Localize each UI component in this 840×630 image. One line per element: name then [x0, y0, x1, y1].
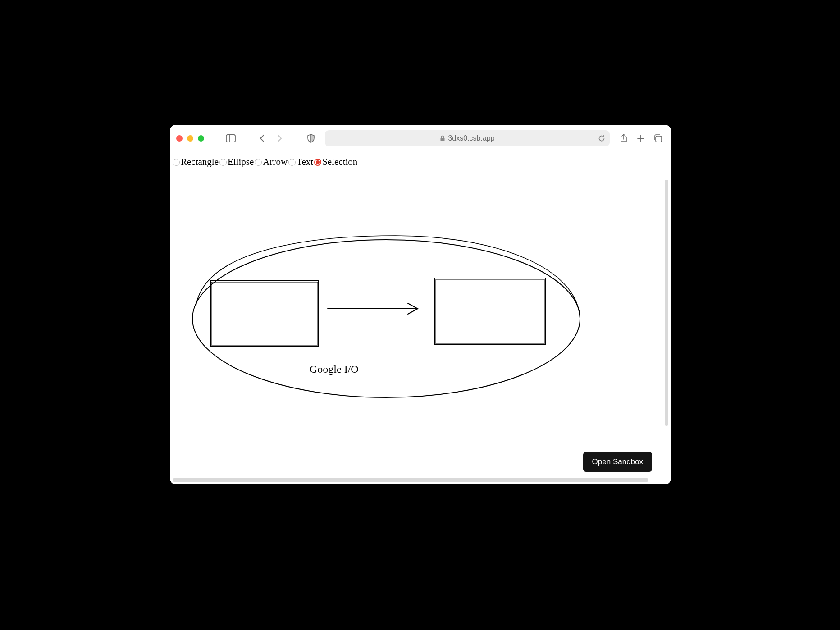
share-icon[interactable] [617, 132, 630, 145]
window-minimize-button[interactable] [187, 135, 193, 142]
lock-icon [440, 135, 445, 142]
svg-rect-7 [210, 281, 319, 346]
shape-rectangle-left[interactable] [210, 281, 319, 346]
back-button-icon[interactable] [256, 132, 269, 145]
svg-rect-2 [441, 138, 445, 141]
shape-ellipse[interactable] [192, 236, 580, 397]
shape-rectangle-right[interactable] [435, 278, 545, 345]
browser-titlebar: 3dxs0.csb.app [170, 125, 671, 152]
drawing-canvas[interactable]: Google I/O [170, 152, 671, 484]
new-tab-icon[interactable] [634, 132, 648, 145]
window-maximize-button[interactable] [198, 135, 204, 142]
window-controls [176, 135, 204, 142]
reload-icon[interactable] [598, 135, 605, 142]
page-content: Rectangle Ellipse Arrow Text Selection [170, 152, 671, 484]
privacy-shield-icon[interactable] [304, 132, 318, 145]
browser-window: 3dxs0.csb.app Rectangle [170, 125, 671, 484]
svg-point-6 [192, 240, 580, 397]
svg-rect-0 [226, 135, 235, 142]
svg-rect-9 [435, 278, 545, 345]
horizontal-scrollbar[interactable] [173, 478, 648, 482]
open-sandbox-button[interactable]: Open Sandbox [583, 452, 652, 472]
forward-button-icon[interactable] [273, 132, 286, 145]
shape-text-label[interactable]: Google I/O [310, 363, 359, 375]
window-close-button[interactable] [176, 135, 183, 142]
vertical-scrollbar[interactable] [665, 180, 668, 426]
sidebar-toggle-icon[interactable] [224, 132, 237, 145]
address-bar[interactable]: 3dxs0.csb.app [325, 130, 610, 146]
svg-rect-10 [436, 279, 544, 344]
shape-arrow[interactable] [328, 303, 418, 314]
url-text: 3dxs0.csb.app [448, 134, 494, 142]
svg-rect-5 [656, 136, 662, 142]
svg-rect-8 [211, 282, 318, 345]
tabs-overview-icon[interactable] [651, 132, 665, 145]
